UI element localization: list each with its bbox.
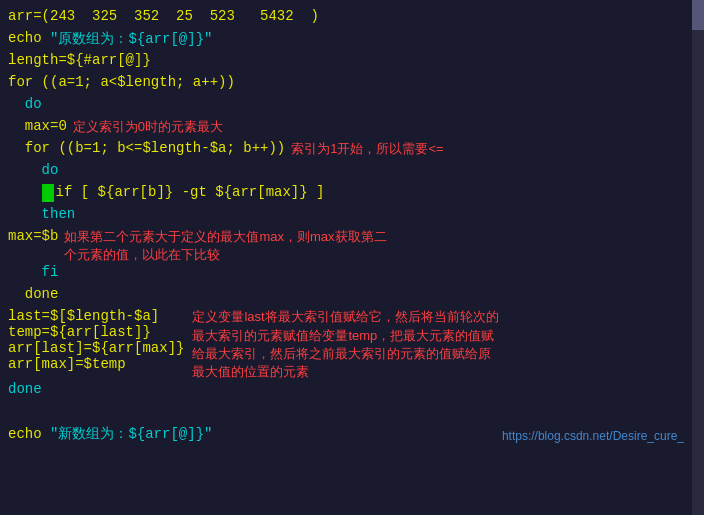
- code-text: max=0: [8, 118, 67, 134]
- code-line-18: done: [8, 381, 700, 403]
- code-line-9: if [ ${arr[b]} -gt ${arr[max]} ]: [8, 184, 700, 206]
- annotation-maxb: 如果第二个元素大于定义的最大值max，则max获取第二个元素的值，以此在下比较: [64, 228, 394, 264]
- green-indicator: [42, 184, 54, 202]
- code-line-20: echo "新数组为：${arr[@]}" https://blog.csdn.…: [8, 425, 700, 443]
- code-text: "新数组为：${arr[@]}": [50, 426, 212, 442]
- code-editor: arr=(243 325 352 25 523 5432 ) echo "原数组…: [0, 0, 704, 515]
- code-text: "原数组为：${arr[@]}": [50, 30, 212, 48]
- scrollbar-thumb[interactable]: [692, 0, 704, 30]
- code-text: temp=${arr[last]}: [8, 324, 151, 340]
- code-line-13: done: [8, 286, 700, 308]
- code-text: fi: [8, 264, 58, 280]
- code-line-19: [8, 403, 700, 425]
- code-text: done: [8, 381, 42, 397]
- code-line-8: do: [8, 162, 700, 184]
- code-text: length=${#arr[@]}: [8, 52, 151, 68]
- code-line-2: echo "原数组为：${arr[@]}": [8, 30, 700, 52]
- code-text: if [ ${arr[b]} -gt ${arr[max]} ]: [56, 184, 325, 200]
- code-text: do: [8, 96, 42, 112]
- code-text: [8, 184, 42, 200]
- code-line-14: last=$[$length-$a] temp=${arr[last]} arr…: [8, 308, 700, 381]
- blog-link[interactable]: https://blog.csdn.net/Desire_cure_: [502, 429, 700, 443]
- code-text: then: [8, 206, 75, 222]
- code-text: last=$[$length-$a]: [8, 308, 159, 324]
- code-line-1: arr=(243 325 352 25 523 5432 ): [8, 8, 700, 30]
- code-line-5: do: [8, 96, 700, 118]
- code-text: arr[last]=${arr[max]}: [8, 340, 184, 356]
- code-line-4: for ((a=1; a<$length; a++)): [8, 74, 700, 96]
- code-line-3: length=${#arr[@]}: [8, 52, 700, 74]
- code-text: echo: [8, 426, 50, 442]
- code-line-12: fi: [8, 264, 700, 286]
- code-text: max=$b: [8, 228, 58, 244]
- annotation-for: 索引为1开始，所以需要<=: [291, 140, 443, 158]
- code-text: for ((b=1; b<=$length-$a; b++)): [8, 140, 285, 156]
- code-line-6: max=0 定义索引为0时的元素最大: [8, 118, 700, 140]
- code-text: do: [8, 162, 58, 178]
- code-line-7: for ((b=1; b<=$length-$a; b++)) 索引为1开始，所…: [8, 140, 700, 162]
- code-text: done: [8, 286, 58, 302]
- annotation-last: 定义变量last将最大索引值赋给它，然后将当前轮次的最大索引的元素赋值给变量te…: [192, 308, 502, 381]
- code-text: arr=(243 325 352 25 523 5432 ): [8, 8, 319, 24]
- annotation-max: 定义索引为0时的元素最大: [73, 118, 223, 136]
- scrollbar[interactable]: [692, 0, 704, 515]
- code-line-10: then: [8, 206, 700, 228]
- code-line-11: max=$b 如果第二个元素大于定义的最大值max，则max获取第二个元素的值，…: [8, 228, 700, 264]
- code-text: arr[max]=$temp: [8, 356, 126, 372]
- code-text: for ((a=1; a<$length; a++)): [8, 74, 235, 90]
- code-text: echo: [8, 30, 50, 46]
